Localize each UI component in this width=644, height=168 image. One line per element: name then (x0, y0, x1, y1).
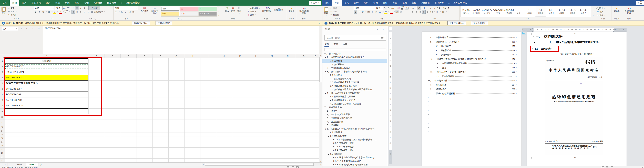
increase-indent-icon[interactable]: ⇥ (86, 10, 90, 14)
align-right-icon[interactable]: ≡ (418, 10, 422, 14)
sort-icon[interactable]: A↓Z (443, 6, 447, 10)
group-label-save[interactable]: 保存 (298, 17, 310, 20)
cell-A8[interactable]: SJ/T11538-2015 (5, 97, 88, 103)
expand-triangle-icon[interactable]: ◢ (325, 92, 326, 94)
show-marks-icon[interactable]: ¶ (447, 6, 450, 10)
column-header-J[interactable]: J (216, 54, 232, 58)
text-effects-icon[interactable]: A (378, 10, 382, 14)
word-tab-4[interactable]: 布局 (361, 0, 371, 5)
nav-item-13[interactable]: 4.2 环境管理体系认证证书 (322, 99, 387, 102)
nav-item-11[interactable]: ◢4、 响应人认为需要提供的其他资料 (322, 91, 387, 95)
nav-item-12[interactable]: 4.1 质量管理体系认证证书 (322, 95, 387, 98)
document-page-toc[interactable]: ↵ 8、法律纠纷情况154↵9、保密承诺书、合规承诺书155↵9.1响应保证书1… (422, 32, 522, 166)
addins-button[interactable]: ● 加载项 (288, 6, 295, 12)
cell-A6[interactable]: JY/T0382-2007 (5, 86, 88, 92)
styles-gallery-scroll[interactable]: ▲▼⊽ (592, 6, 594, 16)
nav-item-19[interactable]: 4、 企业营业执照 (322, 120, 387, 124)
insert-function-icon[interactable]: fx (38, 27, 40, 30)
cell-style-4[interactable]: 计算 (180, 11, 198, 16)
group-label-styles[interactable]: 样式 (460, 17, 594, 20)
column-header-L[interactable]: L (248, 54, 264, 58)
sort-filter-button[interactable]: AZ▾ 排序和筛选▼ (261, 6, 272, 14)
expand-triangle-icon[interactable]: ◢ (325, 57, 326, 58)
nav-item-14[interactable]: 4.3 职业健康安全管理体系认证证书 (322, 102, 387, 106)
paste-button[interactable]: 粘贴▼ (1, 6, 6, 16)
word-style-6[interactable]: 1、标题 2 (524, 6, 535, 17)
nav-item-30[interactable]: 6.3.2 "信用中国"网站查询截图 (322, 159, 387, 163)
word-style-4[interactable]: AaBbCcDd↵无间隔 (503, 6, 514, 17)
phonetic-icon[interactable]: wén文 (401, 6, 405, 10)
numbering-icon[interactable]: ⒈≡ (417, 6, 421, 10)
page-break-view-icon[interactable] (296, 167, 298, 168)
cell-style-2[interactable]: 好 (198, 6, 217, 11)
phonetic-icon[interactable]: wén文 (64, 10, 68, 14)
format-cells-button[interactable]: ▥格式▼ (236, 6, 242, 14)
group-label-editing[interactable]: 编辑 (247, 17, 286, 20)
excel-tab-8[interactable]: 帮助 (82, 0, 92, 5)
row-header-15[interactable]: 15 (0, 133, 5, 136)
shading-icon[interactable]: ▨ (436, 10, 439, 14)
orientation-icon[interactable]: ⤵ (83, 6, 86, 10)
nav-item-2[interactable]: 1.1 执行标准 (322, 59, 387, 63)
fill-color-icon[interactable]: ◇ (53, 10, 56, 14)
word-tab-6[interactable]: 邮件 (380, 0, 390, 5)
find-button[interactable]: 查找▼ (596, 6, 610, 10)
bold-button[interactable]: B (354, 10, 357, 14)
excel-tab-0[interactable]: 文件 (0, 0, 10, 5)
cancel-entry-icon[interactable]: ✕ (26, 27, 28, 30)
find-select-button[interactable]: 查找和选择▼ (273, 6, 284, 13)
outline-mark-icon[interactable] (534, 36, 534, 37)
row-header-12[interactable]: 12 (0, 120, 5, 125)
cell-A3[interactable]: T/CCOEA 6-2021 (5, 69, 88, 75)
group-label-addins[interactable]: 加载项 (612, 17, 621, 20)
nav-item-16[interactable]: 1、 报价函 (322, 109, 387, 113)
word-tab-1[interactable]: 开始 (332, 0, 342, 5)
conditional-format-button[interactable]: ▦ 条件格式▼ (140, 6, 149, 14)
cell-style-0[interactable]: 常规 (161, 6, 180, 11)
toc-entry-13[interactable]: 3、保证金付款证明材料354↵ (430, 92, 517, 95)
percent-icon[interactable]: % (120, 10, 124, 14)
nav-item-27[interactable]: 6.2.4 2024年审计报告 (322, 149, 387, 152)
nav-options-chevron-icon[interactable]: ⌄ (376, 28, 378, 30)
cell-A9[interactable]: GB/T15962-2018 (5, 103, 88, 109)
word-tab-2[interactable]: 插入 (342, 0, 352, 5)
change-case-icon[interactable]: Aa (391, 6, 394, 10)
column-header-F[interactable]: F (152, 54, 168, 58)
decrease-indent-icon[interactable]: ⇤ (429, 6, 432, 10)
font-name-combo[interactable]: 宋体▼ (354, 6, 375, 10)
currency-icon[interactable]: ¥ (114, 10, 118, 14)
shading-a-icon[interactable]: A (396, 10, 399, 13)
align-center-icon[interactable]: ≡ (75, 10, 79, 14)
row-header-22[interactable]: 22 (0, 159, 5, 162)
subscript-icon[interactable]: x₂ (371, 10, 374, 14)
group-label-save[interactable]: 保存 (623, 17, 636, 20)
read-mode-icon[interactable] (602, 167, 604, 168)
cut-button[interactable]: ✂剪切 (330, 6, 339, 10)
bold-button[interactable]: B (34, 10, 38, 14)
char-border-icon[interactable]: A (405, 6, 408, 9)
group-label-addins[interactable]: 加载项 (287, 17, 296, 20)
row-header-9[interactable]: 9 (0, 103, 5, 109)
nav-item-25[interactable]: 6.2.2 2022年审计报告 (322, 142, 387, 145)
excel-tab-2[interactable]: 插入 (19, 0, 29, 5)
cell-A5[interactable]: 按需方要求或技术规格书执行 (5, 81, 88, 86)
group-label-clipboard[interactable]: 剪贴板 (1, 17, 32, 20)
get-genuine-office-button[interactable]: 获取正版 Office (448, 21, 466, 25)
toc-entry-9[interactable]: 11.1否决响应标准333↵ (436, 75, 517, 78)
column-header-G[interactable]: G (168, 54, 184, 58)
learn-more-button[interactable]: 了解详细信息 (471, 21, 488, 25)
increase-indent-icon[interactable]: ⇥ (433, 6, 436, 10)
column-header-H[interactable]: H (184, 54, 200, 58)
addins-button[interactable]: ● 加载项 (613, 6, 620, 12)
column-header-A[interactable]: A (5, 54, 89, 58)
excel-tab-4[interactable]: 公式 (43, 0, 53, 5)
row-header-7[interactable]: 7 (0, 92, 5, 97)
row-header-21[interactable]: 21 (0, 155, 5, 159)
increase-font-icon[interactable]: A˄ (63, 6, 66, 10)
number-format-combo[interactable]: 常规▼ (114, 6, 138, 10)
font-size-combo[interactable]: 10.5▼ (55, 6, 62, 10)
italic-button[interactable]: I (357, 10, 361, 14)
learn-more-button[interactable]: 了解详细信息 (156, 21, 172, 25)
autosum-button[interactable]: Σ自动求和▼ (247, 6, 260, 10)
nav-item-24[interactable]: 6.2.1 财产状况良好，没有处于财产被接管、… (322, 138, 387, 142)
